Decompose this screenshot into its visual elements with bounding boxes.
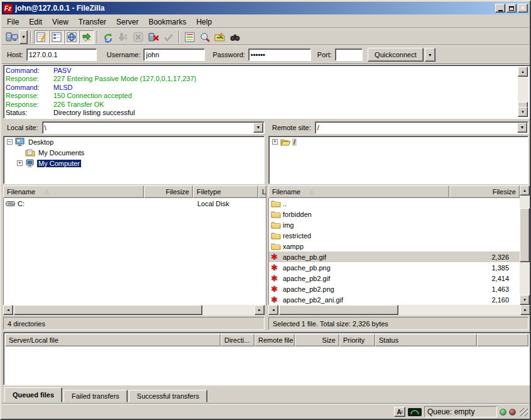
remote-file-row[interactable]: forbidden [269,209,520,219]
local-tree-item[interactable]: +My Computer [4,158,264,169]
port-input[interactable] [335,48,363,61]
site-manager-dropdown-button[interactable]: ▼ [19,30,28,44]
remote-site-combo[interactable]: / ▼ [315,121,528,134]
local-column-filename[interactable]: Filename [3,185,144,198]
toggle-transfer-queue-button[interactable] [79,30,94,44]
remote-file-row[interactable]: img [269,219,520,230]
queue-column-label: Priority [343,336,364,344]
local-column-filetype[interactable]: Filetype [193,185,258,198]
scrollbar-thumb[interactable] [14,305,202,315]
menu-transfer[interactable]: Transfer [74,16,111,28]
menu-help[interactable]: Help [191,16,217,28]
tab-failed-transfers[interactable]: Failed transfers [63,390,128,402]
synchronized-browsing-button[interactable] [227,30,243,44]
directory-comparison-button[interactable] [212,30,227,44]
minimize-button[interactable] [495,4,505,13]
chevron-down-icon[interactable]: ▼ [517,123,527,133]
menu-bookmarks[interactable]: Bookmarks [143,16,191,28]
queue-column-remote-file[interactable]: Remote file [255,334,295,346]
local-column-label: Filesize [166,188,189,196]
refresh-button[interactable] [101,30,116,44]
close-button[interactable]: ✕ [518,4,528,13]
remote-column-filesize[interactable]: Filesize [449,185,520,198]
remote-column-label: Filename [272,188,300,196]
menu-file[interactable]: File [2,16,24,28]
scroll-down-button[interactable]: ▼ [520,295,530,305]
queue-column-size[interactable]: Size [295,334,339,346]
image-icon: ✱ [271,253,283,261]
collapse-minus-box[interactable]: − [7,139,13,145]
menu-server[interactable]: Server [111,16,143,28]
toggle-local-icon [51,31,62,43]
scroll-left-button[interactable]: ◄ [268,305,278,315]
local-directory-tree: −DesktopMy Documents+My Computer [3,136,265,184]
resize-grip[interactable] [520,408,528,416]
reconnect-button [161,30,176,44]
toggle-message-log-button[interactable] [34,30,49,44]
password-input[interactable] [248,48,311,61]
local-column-filesize[interactable]: Filesize [144,185,193,198]
cancel-icon [133,31,144,43]
remote-vertical-scrollbar[interactable]: ▲ ▼ [520,185,530,305]
log-line: Response:226 Transfer OK [6,101,517,109]
remote-file-row[interactable]: restricted [269,230,520,241]
local-site-value: \ [43,124,253,131]
scroll-up-button[interactable]: ▲ [518,67,528,77]
scroll-right-button[interactable]: ► [255,305,265,315]
scrollbar-thumb[interactable] [520,208,530,262]
remote-file-row[interactable]: ✱apache_pb.png1,385 [269,262,520,273]
scroll-down-button[interactable]: ▼ [518,107,528,117]
queue-column-priority[interactable]: Priority [339,334,375,346]
chevron-down-icon[interactable]: ▼ [253,123,263,133]
menu-view[interactable]: View [47,16,74,28]
site-manager-button[interactable] [4,30,19,44]
local-tree-item[interactable]: My Documents [4,147,264,158]
speed-limit-icon[interactable] [408,408,422,416]
file-name: forbidden [283,211,312,218]
remote-file-row[interactable]: ✱apache_pb2.gif2,414 [269,273,520,284]
remote-column-filename[interactable]: Filename [268,185,449,198]
quickconnect-dropdown[interactable]: ▼ [425,48,435,62]
remote-list-header: FilenameFilesize [268,185,520,198]
tab-queued-files[interactable]: Queued files [4,387,62,402]
scroll-up-button[interactable]: ▲ [520,185,530,196]
expand-plus-box[interactable]: + [272,139,278,145]
expand-plus-box[interactable]: + [17,160,23,166]
log-vertical-scrollbar[interactable]: ▲ ▼ [518,67,528,117]
directory-listing-filters-button[interactable] [182,30,197,44]
queue-size-field: Queue: empty [424,406,497,417]
queue-column-blank[interactable] [477,334,528,346]
local-tree-item[interactable]: −Desktop [4,136,264,147]
local-site-combo[interactable]: \ ▼ [42,121,265,134]
queue-column-directi-[interactable]: Directi... [221,334,255,346]
remote-horizontal-scrollbar[interactable]: ◄ ► [268,305,530,316]
scroll-right-button[interactable]: ► [520,305,530,315]
remote-file-row[interactable]: ✱apache_pb2.png1,463 [269,284,520,294]
host-input[interactable] [26,48,97,61]
ascii-datatype-icon[interactable]: A| [394,407,405,417]
title-bar[interactable]: Fz john@127.0.0.1 - FileZilla ✕ [2,2,529,14]
local-horizontal-scrollbar[interactable]: ◄ ► [3,305,265,316]
menu-edit[interactable]: Edit [24,16,47,28]
remote-file-row[interactable]: ✱apache_pb.gif2,326 [269,251,520,262]
toggle-remote-tree-button[interactable] [64,30,79,44]
quickconnect-button[interactable]: Quickconnect [368,48,424,62]
queue-column-status[interactable]: Status [375,334,477,346]
tab-successful-transfers[interactable]: Successful transfers [129,390,207,402]
scroll-left-button[interactable]: ◄ [3,305,13,315]
file-name: img [283,221,294,229]
queue-column-server-local-file[interactable]: Server/Local file [5,334,221,346]
remote-file-row[interactable]: ✱apache_pb2_ani.gif2,160 [269,294,520,305]
remote-file-row[interactable]: .. [269,198,520,209]
remote-tree-item[interactable]: +/ [269,136,528,147]
local-column-l[interactable]: L [258,185,266,198]
remote-file-row[interactable]: xampp [269,241,520,251]
toggle-local-tree-button[interactable] [49,30,64,44]
file-search-button[interactable] [197,30,212,44]
username-input[interactable] [143,48,205,61]
local-status-text: 4 directories [8,320,45,328]
maximize-button[interactable] [506,4,517,13]
local-file-row[interactable]: C:Local Disk [4,198,266,209]
scrollbar-thumb[interactable] [279,305,398,315]
disconnect-button[interactable] [146,30,161,44]
